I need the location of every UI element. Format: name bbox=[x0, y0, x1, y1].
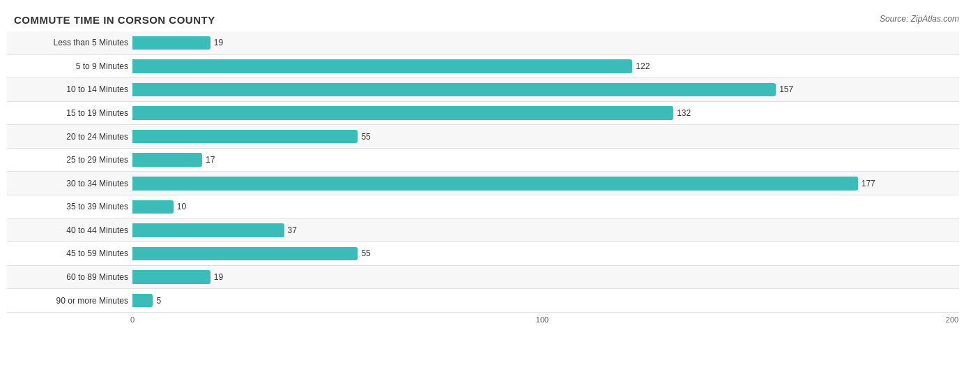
bar-value: 132 bbox=[677, 108, 691, 118]
bar-track: 122 bbox=[132, 55, 959, 78]
bar-value: 55 bbox=[361, 132, 370, 142]
bar-label: 5 to 9 Minutes bbox=[7, 61, 132, 71]
bar bbox=[132, 130, 358, 144]
bar-row: 20 to 24 Minutes55 bbox=[7, 125, 959, 149]
chart-title: COMMUTE TIME IN CORSON COUNTY bbox=[14, 14, 959, 26]
bar-label: 10 to 14 Minutes bbox=[7, 84, 132, 94]
source-label: Source: ZipAtlas.com bbox=[880, 14, 959, 24]
bar-row: 40 to 44 Minutes37 bbox=[7, 219, 959, 243]
bar-value: 157 bbox=[779, 84, 793, 94]
bar-track: 10 bbox=[132, 195, 959, 218]
bar-value: 37 bbox=[288, 225, 297, 235]
chart-container: COMMUTE TIME IN CORSON COUNTY Source: Zi… bbox=[0, 0, 980, 365]
bar bbox=[132, 294, 153, 308]
bar-track: 55 bbox=[132, 125, 959, 148]
bar-label: Less than 5 Minutes bbox=[7, 38, 132, 47]
x-axis: 0100200 bbox=[132, 313, 952, 315]
bar-track: 132 bbox=[132, 102, 959, 125]
bar-label: 15 to 19 Minutes bbox=[7, 108, 132, 118]
bar-value: 10 bbox=[177, 202, 186, 211]
bar-row: 15 to 19 Minutes132 bbox=[7, 102, 959, 126]
bar-track: 157 bbox=[132, 78, 959, 101]
bar-label: 35 to 39 Minutes bbox=[7, 202, 132, 211]
bar-label: 25 to 29 Minutes bbox=[7, 155, 132, 165]
x-tick: 100 bbox=[536, 315, 549, 324]
bar-track: 37 bbox=[132, 219, 959, 242]
bar-track: 177 bbox=[132, 172, 959, 195]
bar-row: 5 to 9 Minutes122 bbox=[7, 55, 959, 79]
bar bbox=[132, 177, 858, 191]
bar-row: 25 to 29 Minutes17 bbox=[7, 149, 959, 172]
bar-value: 5 bbox=[156, 296, 161, 306]
bar bbox=[132, 36, 210, 50]
bar-track: 19 bbox=[132, 31, 959, 54]
bar bbox=[132, 106, 673, 120]
chart-area: Less than 5 Minutes195 to 9 Minutes12210… bbox=[7, 31, 959, 313]
bar bbox=[132, 270, 210, 284]
x-tick: 200 bbox=[946, 315, 958, 324]
bar-row: 10 to 14 Minutes157 bbox=[7, 78, 959, 102]
bar-label: 45 to 59 Minutes bbox=[7, 248, 132, 258]
x-tick: 0 bbox=[130, 315, 135, 324]
bar bbox=[132, 200, 174, 214]
bar-label: 30 to 34 Minutes bbox=[7, 179, 132, 188]
bar-label: 40 to 44 Minutes bbox=[7, 225, 132, 235]
bar-track: 55 bbox=[132, 242, 959, 265]
bar-label: 60 to 89 Minutes bbox=[7, 272, 132, 282]
bar-row: 35 to 39 Minutes10 bbox=[7, 195, 959, 219]
bar-value: 17 bbox=[206, 155, 215, 165]
bar-row: 60 to 89 Minutes19 bbox=[7, 266, 959, 290]
bar-row: 30 to 34 Minutes177 bbox=[7, 172, 959, 195]
bar-row: Less than 5 Minutes19 bbox=[7, 31, 959, 55]
bar-track: 17 bbox=[132, 149, 959, 172]
bar bbox=[132, 83, 776, 97]
bar bbox=[132, 153, 202, 167]
bar-track: 5 bbox=[132, 289, 959, 312]
bar bbox=[132, 59, 632, 73]
bar-value: 19 bbox=[214, 38, 223, 47]
bar-value: 19 bbox=[214, 272, 223, 282]
bar-track: 19 bbox=[132, 266, 959, 289]
bar-value: 55 bbox=[361, 248, 370, 258]
bar-label: 20 to 24 Minutes bbox=[7, 132, 132, 142]
bar-row: 90 or more Minutes5 bbox=[7, 289, 959, 313]
bar-row: 45 to 59 Minutes55 bbox=[7, 242, 959, 266]
bar-label: 90 or more Minutes bbox=[7, 296, 132, 306]
bar bbox=[132, 223, 284, 237]
bar-value: 122 bbox=[636, 61, 650, 71]
bar-value: 177 bbox=[862, 179, 875, 188]
bar bbox=[132, 247, 358, 261]
